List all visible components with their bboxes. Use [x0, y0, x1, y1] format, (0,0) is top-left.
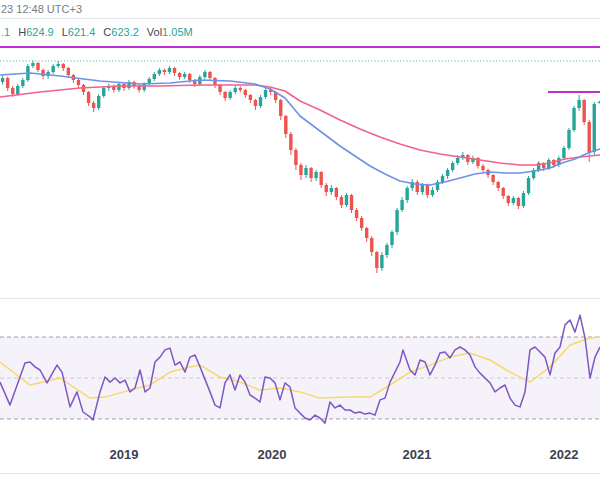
candle-body: [289, 134, 292, 150]
trading-chart-window: 23 12:48 UTC+3 .1H624.9L621.4C623.2Vol1.…: [0, 0, 600, 499]
x-axis-label-2022: 2022: [550, 447, 579, 462]
candle-body: [87, 92, 90, 103]
candle-body: [213, 78, 216, 85]
candle-body: [31, 63, 34, 66]
candle-body: [244, 90, 247, 95]
time-axis[interactable]: 2019202020212022: [0, 444, 600, 468]
candle-body: [517, 198, 520, 206]
candle-body: [330, 188, 333, 192]
candle-body: [390, 232, 393, 245]
candle-body: [92, 103, 95, 108]
candle-body: [228, 92, 231, 98]
candle-body: [588, 122, 591, 152]
candle-body: [57, 64, 60, 66]
candle-body: [451, 163, 454, 170]
candle-body: [188, 74, 191, 80]
candle-body: [309, 168, 312, 178]
candle-body: [294, 150, 297, 165]
candle-body: [203, 72, 206, 77]
candle-body: [577, 100, 580, 108]
candle-body: [431, 190, 434, 195]
candle-body: [153, 74, 156, 79]
candle-body: [77, 80, 80, 85]
candle-body: [117, 84, 120, 90]
candle-body: [360, 218, 363, 228]
candle-body: [400, 200, 403, 210]
candle-body: [350, 195, 353, 210]
x-axis-label-2020: 2020: [258, 447, 287, 462]
candle-body: [446, 170, 449, 176]
candle-body: [502, 188, 505, 196]
candle-body: [183, 74, 186, 77]
candle-body: [21, 80, 24, 86]
candle-body: [62, 64, 65, 68]
candle-body: [143, 84, 146, 90]
candle-body: [375, 252, 378, 268]
candle-body: [279, 100, 282, 116]
rsi-band: [0, 337, 600, 419]
candle-body: [314, 172, 317, 178]
candle-body: [345, 195, 348, 205]
candle-body: [527, 178, 530, 193]
candle-body: [507, 196, 510, 203]
candle-body: [163, 70, 166, 72]
candle-body: [512, 198, 515, 203]
candle-body: [572, 108, 575, 130]
candle-body: [593, 104, 596, 152]
candle-body: [158, 70, 161, 74]
candle-body: [178, 73, 181, 77]
candle-body: [36, 63, 39, 70]
candle-body: [340, 197, 343, 205]
candle-body: [97, 96, 100, 108]
candle-body: [264, 90, 267, 97]
candle-body: [67, 68, 70, 75]
candle-body: [234, 88, 237, 92]
candle-body: [456, 158, 459, 163]
candle-body: [168, 68, 171, 72]
candle-body: [426, 185, 429, 195]
candle-body: [567, 130, 570, 148]
candle-body: [522, 193, 525, 206]
candle-body: [582, 100, 585, 122]
chart-canvas[interactable]: [0, 0, 600, 499]
candle-body: [16, 86, 19, 94]
candle-body: [385, 245, 388, 255]
x-axis-label-2019: 2019: [110, 447, 139, 462]
x-axis-label-2021: 2021: [403, 447, 432, 462]
candle-body: [51, 66, 54, 72]
candle-body: [1, 78, 4, 82]
candlesticks: [1, 61, 600, 273]
candle-body: [481, 166, 484, 170]
candle-body: [370, 238, 373, 252]
candle-body: [223, 92, 226, 98]
candle-body: [299, 165, 302, 175]
candle-body: [335, 188, 338, 197]
candle-body: [208, 72, 211, 78]
candle-body: [249, 95, 252, 100]
candle-body: [239, 88, 242, 90]
candle-body: [254, 100, 257, 106]
candle-body: [421, 185, 424, 192]
candle-body: [304, 168, 307, 175]
candle-body: [395, 210, 398, 232]
candle-body: [325, 185, 328, 192]
candle-body: [6, 78, 9, 88]
candle-body: [355, 210, 358, 218]
candle-body: [259, 97, 262, 106]
candle-body: [441, 176, 444, 182]
candle-body: [365, 228, 368, 238]
candle-body: [319, 172, 322, 185]
candle-body: [496, 182, 499, 188]
candle-body: [173, 68, 176, 73]
candle-body: [405, 188, 408, 200]
candle-body: [218, 85, 221, 92]
candle-body: [284, 116, 287, 134]
candle-body: [380, 255, 383, 268]
candle-body: [491, 175, 494, 182]
candle-body: [102, 88, 105, 96]
candle-body: [11, 88, 14, 94]
candle-body: [562, 148, 565, 158]
